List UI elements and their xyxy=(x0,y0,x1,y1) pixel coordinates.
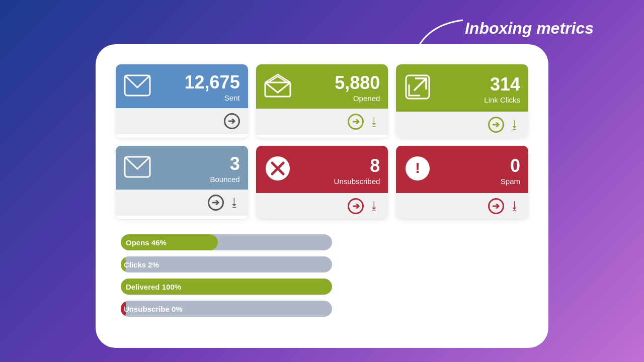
opened-view-button[interactable]: ➔ xyxy=(348,114,364,130)
spam-actions: ➔ ⭳ xyxy=(396,193,528,219)
svg-text:!: ! xyxy=(415,159,420,176)
opens-progress-fill: Opens 46% xyxy=(121,234,218,250)
progress-row-clicks: Clicks 2% xyxy=(121,256,523,273)
delivered-progress-bar: Delivered 100% xyxy=(121,279,332,295)
unsubscribed-icon xyxy=(264,155,291,187)
opened-number: 5,880 xyxy=(297,74,380,92)
unsubscribed-download-button[interactable]: ⭳ xyxy=(369,200,380,213)
unsubscribed-number: 8 xyxy=(297,157,380,175)
sent-actions: ➔ xyxy=(116,108,248,134)
unsubscribed-actions: ➔ ⭳ xyxy=(256,193,388,219)
progress-section: Opens 46% Clicks 2% Delivered 100% xyxy=(116,234,528,317)
link-clicks-label: Link Clicks xyxy=(437,96,520,104)
opened-actions: ➔ ⭳ xyxy=(256,109,388,135)
unsubscribed-label: Unsubscribed xyxy=(297,177,380,186)
open-mail-icon xyxy=(264,73,291,103)
unsubscribe-progress-bar: Unsubscribe 0% xyxy=(121,301,332,317)
main-card: 12,675 Sent ➔ xyxy=(96,44,548,348)
link-clicks-actions: ➔ ⭳ xyxy=(396,112,528,138)
spam-download-button[interactable]: ⭳ xyxy=(509,200,520,213)
progress-row-unsubscribe: Unsubscribe 0% xyxy=(121,301,523,317)
metrics-grid: 12,675 Sent ➔ xyxy=(116,64,528,219)
bounced-download-button[interactable]: ⭳ xyxy=(229,196,240,209)
clicks-progress-bar: Clicks 2% xyxy=(121,256,332,273)
metric-card-sent[interactable]: 12,675 Sent ➔ xyxy=(116,64,248,138)
opens-progress-bar: Opens 46% xyxy=(121,234,332,250)
bounced-label: Bounced xyxy=(157,175,240,184)
bounced-actions: ➔ ⭳ xyxy=(116,190,248,216)
spam-icon: ! xyxy=(404,155,431,187)
opened-label: Opened xyxy=(297,94,380,103)
metric-card-bounced[interactable]: 3 Bounced ➔ ⭳ xyxy=(116,146,248,219)
delivered-progress-fill: Delivered 100% xyxy=(121,279,332,295)
link-clicks-number: 314 xyxy=(437,75,520,94)
bounced-view-button[interactable]: ➔ xyxy=(208,195,224,211)
inboxing-metrics-title: Inboxing metrics xyxy=(465,19,594,38)
sent-number: 12,675 xyxy=(157,73,240,92)
link-clicks-download-button[interactable]: ⭳ xyxy=(509,118,520,131)
progress-row-delivered: Delivered 100% xyxy=(121,279,523,295)
link-clicks-view-button[interactable]: ➔ xyxy=(488,117,504,133)
progress-row-opens: Opens 46% xyxy=(121,234,523,250)
delivered-progress-text: Delivered 100% xyxy=(126,283,181,291)
unsubscribed-view-button[interactable]: ➔ xyxy=(348,198,364,214)
spam-number: 0 xyxy=(437,157,520,175)
metric-card-opened[interactable]: 5,880 Opened ➔ ⭳ xyxy=(256,64,388,138)
sent-view-button[interactable]: ➔ xyxy=(224,113,240,129)
link-icon xyxy=(404,73,431,106)
opened-download-button[interactable]: ⭳ xyxy=(369,115,380,128)
metric-card-spam[interactable]: ! 0 Spam ➔ ⭳ xyxy=(396,146,528,219)
bounced-number: 3 xyxy=(157,155,240,173)
sent-label: Sent xyxy=(157,94,240,102)
spam-label: Spam xyxy=(437,177,520,186)
spam-view-button[interactable]: ➔ xyxy=(488,198,504,214)
bounced-mail-icon xyxy=(124,156,151,183)
metric-card-unsubscribed[interactable]: 8 Unsubscribed ➔ ⭳ xyxy=(256,146,388,219)
opens-progress-text: Opens 46% xyxy=(126,238,167,247)
svg-line-5 xyxy=(414,78,426,90)
mail-icon xyxy=(124,74,151,102)
metric-card-link-clicks[interactable]: 314 Link Clicks ➔ ⭳ xyxy=(396,64,528,138)
